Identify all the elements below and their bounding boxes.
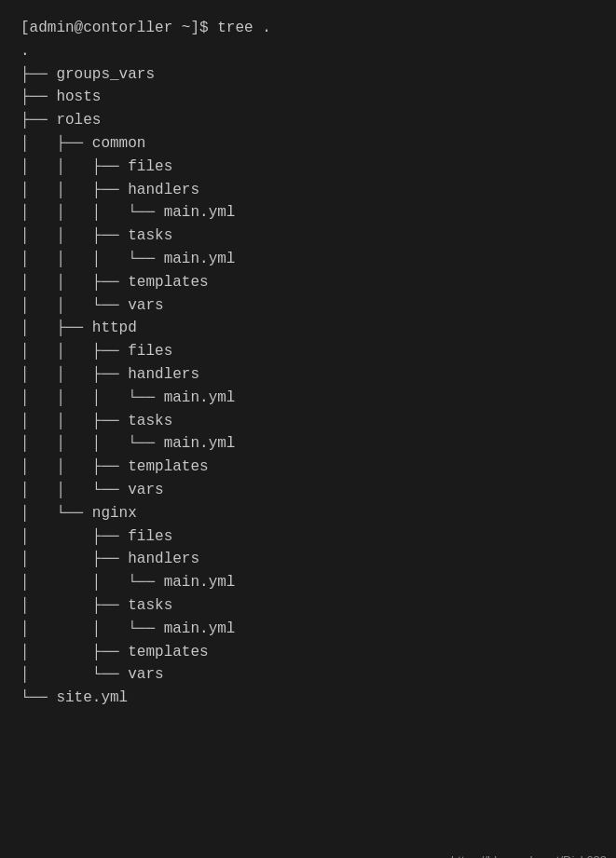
tree-line: │ │ ├── templates (21, 456, 605, 479)
tree-line: └── site.yml (21, 687, 605, 710)
tree-line: │ │ └── main.yml (21, 571, 605, 594)
tree-line: │ │ ├── tasks (21, 225, 605, 248)
tree-line: . (21, 40, 605, 63)
tree-line: │ │ ├── files (21, 156, 605, 179)
tree-line: ├── hosts (21, 86, 605, 109)
tree-line: │ │ ├── files (21, 340, 605, 363)
tree-line: │ │ └── vars (21, 294, 605, 318)
tree-line: │ ├── httpd (21, 317, 605, 340)
tree-output: .├── groups_vars├── hosts├── roles│ ├── … (21, 40, 605, 710)
tree-line: │ │ │ └── main.yml (21, 201, 605, 225)
tree-line: │ ├── tasks (21, 594, 605, 618)
tree-line: │ ├── files (21, 525, 605, 549)
tree-line: │ ├── templates (21, 641, 605, 664)
tree-line: │ │ ├── tasks (21, 410, 605, 433)
tree-line: │ ├── common (21, 132, 605, 156)
tree-line: │ │ └── vars (21, 479, 605, 502)
tree-line: │ └── nginx (21, 502, 605, 525)
command-prompt: [admin@contorller ~]$ tree . (21, 17, 605, 40)
tree-line: │ │ └── main.yml (21, 618, 605, 641)
tree-line: │ │ │ └── main.yml (21, 248, 605, 271)
tree-line: ├── roles (21, 109, 605, 132)
tree-line: │ │ │ └── main.yml (21, 432, 605, 456)
tree-line: │ ├── handlers (21, 548, 605, 571)
tree-line: │ │ ├── handlers (21, 179, 605, 202)
tree-line: │ │ ├── handlers (21, 363, 605, 387)
tree-line: │ │ │ └── main.yml (21, 387, 605, 410)
tree-line: ├── groups_vars (21, 63, 605, 87)
terminal-window: [admin@contorller ~]$ tree . .├── groups… (9, 9, 616, 858)
tree-line: │ └── vars (21, 663, 605, 687)
tree-line: │ │ ├── templates (21, 271, 605, 294)
watermark: https://blog.csdn.net/Dick633 (451, 853, 607, 858)
